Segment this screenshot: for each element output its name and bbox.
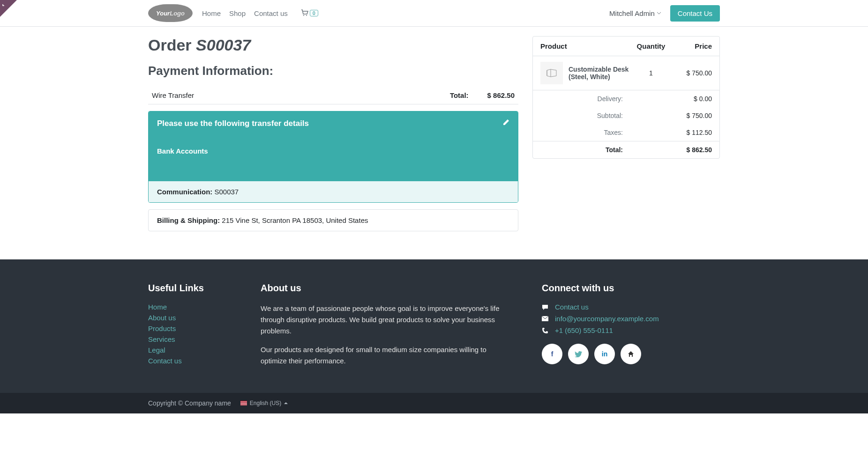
connect-email-link[interactable]: info@yourcompany.example.com bbox=[555, 315, 659, 323]
footer-link-services[interactable]: Services bbox=[148, 335, 175, 343]
payment-total-label: Total: bbox=[450, 91, 469, 99]
social-linkedin[interactable]: in bbox=[594, 344, 615, 364]
phone-icon bbox=[542, 327, 549, 334]
about-text-2: Our products are designed for small to m… bbox=[261, 344, 504, 367]
useful-links-heading: Useful Links bbox=[148, 283, 242, 294]
edit-button[interactable] bbox=[503, 119, 509, 125]
svg-point-1 bbox=[306, 15, 307, 16]
summary-item-row: Customizable Desk (Steel, White) 1 $ 750… bbox=[533, 56, 719, 90]
user-menu[interactable]: Mitchell Admin bbox=[609, 9, 661, 17]
subtotal-value: $ 750.00 bbox=[660, 112, 712, 119]
summary-col-qty: Quantity bbox=[632, 42, 670, 50]
social-facebook[interactable]: f bbox=[542, 344, 562, 364]
summary-col-product: Product bbox=[540, 42, 632, 50]
payment-total-value: $ 862.50 bbox=[487, 91, 515, 99]
product-price: $ 750.00 bbox=[670, 69, 712, 77]
shipping-box: Billing & Shipping: 215 Vine St, Scranto… bbox=[148, 209, 518, 231]
payment-heading: Payment Information: bbox=[148, 64, 518, 78]
main-nav: Home Shop Contact us 0 bbox=[202, 9, 318, 17]
language-label: English (US) bbox=[250, 400, 281, 406]
cart-icon bbox=[301, 9, 308, 17]
site-header: YourLogo Home Shop Contact us 0 Mitchell… bbox=[0, 0, 868, 27]
caret-up-icon bbox=[284, 402, 288, 404]
order-summary: Product Quantity Price Customizable Desk… bbox=[532, 36, 720, 159]
taxes-value: $ 112.50 bbox=[660, 129, 712, 136]
footer-link-legal[interactable]: Legal bbox=[148, 346, 165, 354]
footer-link-about[interactable]: About us bbox=[148, 314, 176, 322]
product-thumbnail bbox=[540, 62, 563, 84]
transfer-details-box: Please use the following transfer detail… bbox=[148, 111, 518, 203]
nav-shop[interactable]: Shop bbox=[229, 9, 246, 17]
social-home[interactable] bbox=[621, 344, 641, 364]
footer-link-products[interactable]: Products bbox=[148, 324, 176, 332]
summary-col-price: Price bbox=[670, 42, 712, 50]
product-qty: 1 bbox=[632, 69, 670, 77]
nav-home[interactable]: Home bbox=[202, 9, 221, 17]
taxes-label: Taxes: bbox=[540, 129, 660, 136]
copyright: Copyright © Company name bbox=[148, 399, 231, 407]
transfer-title: Please use the following transfer detail… bbox=[157, 119, 509, 128]
nav-contact[interactable]: Contact us bbox=[254, 9, 288, 17]
cart-count-badge: 0 bbox=[310, 10, 318, 16]
payment-method-row: Wire Transfer Total: $ 862.50 bbox=[148, 87, 518, 104]
order-title: Order S00037 bbox=[148, 36, 518, 54]
footer-link-contact[interactable]: Contact us bbox=[148, 357, 182, 365]
svg-point-0 bbox=[303, 15, 304, 16]
product-name: Customizable Desk (Steel, White) bbox=[569, 66, 632, 81]
envelope-icon bbox=[542, 316, 549, 321]
pencil-icon bbox=[503, 119, 509, 125]
comment-icon bbox=[542, 304, 549, 310]
subtotal-label: Subtotal: bbox=[540, 112, 660, 119]
connect-heading: Connect with us bbox=[542, 283, 720, 294]
social-twitter[interactable] bbox=[568, 344, 589, 364]
cart-button[interactable]: 0 bbox=[301, 9, 318, 17]
footer-link-home[interactable]: Home bbox=[148, 303, 167, 311]
main-content: Order S00037 Payment Information: Wire T… bbox=[134, 27, 734, 259]
summary-total-label: Total: bbox=[540, 146, 660, 154]
about-text-1: We are a team of passionate people whose… bbox=[261, 303, 504, 337]
site-footer: Useful Links Home About us Products Serv… bbox=[0, 259, 868, 413]
payment-method: Wire Transfer bbox=[152, 91, 194, 99]
editor-toggle-icon bbox=[2, 2, 7, 7]
delivery-label: Delivery: bbox=[540, 95, 660, 103]
contact-us-button[interactable]: Contact Us bbox=[670, 5, 720, 22]
chevron-down-icon bbox=[657, 12, 661, 15]
connect-phone-link[interactable]: +1 (650) 555-0111 bbox=[555, 326, 613, 334]
flag-icon bbox=[240, 401, 247, 405]
summary-total-value: $ 862.50 bbox=[660, 146, 712, 154]
communication-row: Communication: S00037 bbox=[149, 181, 518, 202]
language-selector[interactable]: English (US) bbox=[240, 400, 288, 406]
connect-contact-link[interactable]: Contact us bbox=[555, 303, 589, 311]
bank-accounts-label: Bank Accounts bbox=[157, 147, 509, 155]
user-name: Mitchell Admin bbox=[609, 9, 655, 17]
delivery-value: $ 0.00 bbox=[660, 95, 712, 103]
logo[interactable]: YourLogo bbox=[148, 4, 193, 22]
about-heading: About us bbox=[261, 283, 504, 294]
